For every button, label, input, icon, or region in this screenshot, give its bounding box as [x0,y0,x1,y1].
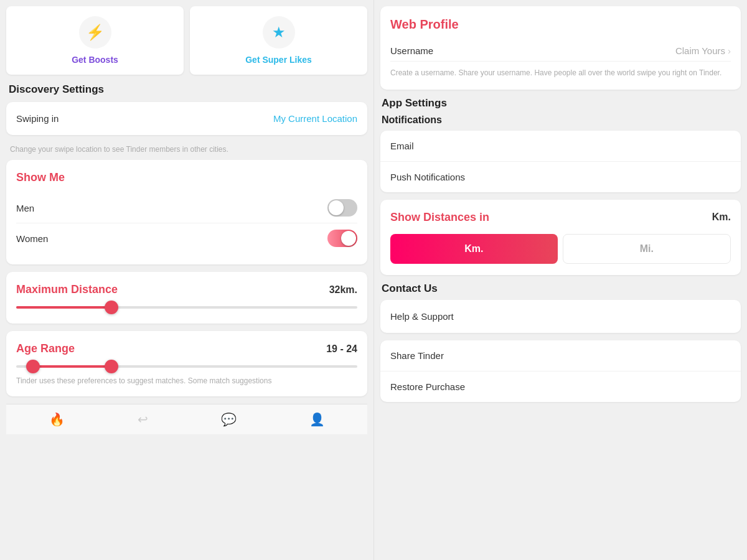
mi-button[interactable]: Mi. [563,234,731,264]
super-likes-icon-circle: ★ [263,16,295,49]
age-hint: Tinder uses these preferences to suggest… [16,376,357,385]
women-toggle-row: Women [16,223,357,253]
show-distances-title: Show Distances in [390,211,489,224]
max-distance-title: Maximum Distance [16,283,118,296]
rewind-icon[interactable]: ↩ [138,412,148,427]
age-slider-thumb-right[interactable] [105,360,118,373]
claim-yours-text: Claim Yours [675,45,725,56]
max-distance-card: Maximum Distance 32km. [6,272,367,324]
restore-purchase-row[interactable]: Restore Purchase [380,371,741,402]
women-toggle-knob [341,231,356,246]
swiping-label: Swiping in [16,113,59,124]
men-toggle-row: Men [16,193,357,223]
men-toggle-knob [329,200,344,215]
km-button[interactable]: Km. [390,234,558,264]
distances-current-unit: Km. [712,212,731,223]
discovery-settings-title: Discovery Settings [6,83,367,96]
women-label: Women [16,233,48,244]
swiping-row[interactable]: Swiping in My Current Location [6,102,367,135]
chat-icon[interactable]: 💬 [221,412,237,427]
boost-icon-circle: ⚡ [79,16,111,49]
username-value: Claim Yours › [675,45,731,56]
email-label: Email [390,141,414,151]
distances-header: Show Distances in Km. [390,211,731,224]
help-support-card: Help & Support [380,300,741,333]
max-distance-value: 32km. [329,284,357,296]
get-boosts-label: Get Boosts [72,55,118,65]
age-range-header: Age Range 19 - 24 [16,342,357,355]
contact-us-title: Contact Us [380,282,741,295]
show-me-card: Show Me Men Women [6,160,367,264]
swiping-hint: Change your swipe location to see Tinder… [6,142,367,160]
push-notifications-label: Push Notifications [390,172,465,182]
left-panel: ⚡ Get Boosts ★ Get Super Likes Discovery… [0,0,374,560]
person-icon[interactable]: 👤 [309,412,325,427]
age-range-title: Age Range [16,342,75,355]
show-distances-card: Show Distances in Km. Km. Mi. [380,200,741,275]
age-range-card: Age Range 19 - 24 Tinder uses these pref… [6,331,367,396]
lightning-icon: ⚡ [86,24,105,41]
notifications-title: Notifications [380,114,741,126]
get-super-likes-label: Get Super Likes [245,55,312,65]
flame-icon[interactable]: 🔥 [49,412,65,427]
age-slider-fill [33,365,111,368]
help-support-row[interactable]: Help & Support [380,300,741,333]
age-slider-thumb-left[interactable] [26,360,40,373]
username-label: Username [390,45,433,56]
age-slider-track[interactable] [16,365,357,368]
men-label: Men [16,203,34,213]
username-row[interactable]: Username Claim Yours › [390,40,731,62]
push-notification-row[interactable]: Push Notifications [380,162,741,192]
chevron-right-icon: › [728,45,731,56]
right-panel: Web Profile Username Claim Yours › Creat… [374,0,747,560]
web-profile-hint: Create a username. Share your username. … [390,68,731,78]
swiping-value: My Current Location [273,113,357,124]
distance-slider-thumb[interactable] [105,301,118,314]
get-boosts-card[interactable]: ⚡ Get Boosts [6,6,184,75]
swiping-card: Swiping in My Current Location [6,102,367,135]
notifications-card: Email Push Notifications [380,131,741,192]
web-profile-card: Web Profile Username Claim Yours › Creat… [380,6,741,90]
show-me-title: Show Me [16,171,357,184]
email-notification-row[interactable]: Email [380,131,741,162]
women-toggle[interactable] [327,230,357,247]
distance-buttons: Km. Mi. [390,234,731,264]
share-tinder-row[interactable]: Share Tinder [380,340,741,371]
get-super-likes-card[interactable]: ★ Get Super Likes [190,6,367,75]
boost-section: ⚡ Get Boosts ★ Get Super Likes [6,6,367,75]
web-profile-title: Web Profile [390,17,731,32]
bottom-nav: 🔥 ↩ 💬 👤 [6,404,367,434]
age-range-value: 19 - 24 [326,343,357,355]
star-icon: ★ [272,24,286,41]
app-settings-title: App Settings [380,97,741,110]
distance-slider-track[interactable] [16,306,357,309]
distance-slider-fill [16,306,111,309]
men-toggle[interactable] [327,199,357,217]
share-card: Share Tinder Restore Purchase [380,340,741,402]
max-distance-header: Maximum Distance 32km. [16,283,357,296]
